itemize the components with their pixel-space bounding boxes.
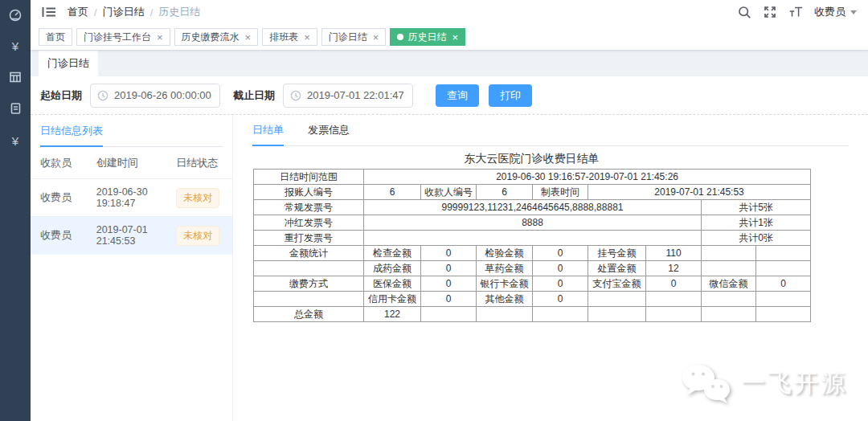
- report-cell: 成药金额: [364, 261, 421, 276]
- user-dropdown[interactable]: 收费员: [814, 5, 857, 19]
- report-title: 东大云医院门诊收费日结单: [253, 150, 810, 169]
- end-date-label: 截止日期: [233, 88, 275, 103]
- tab-daily-report[interactable]: 日结单: [252, 123, 284, 146]
- query-button[interactable]: 查询: [436, 84, 479, 107]
- report-cell: 金额统计: [254, 246, 364, 261]
- list-panel-tabbar: 日结信息列表: [40, 115, 223, 147]
- user-dropdown-label: 收费员: [814, 5, 845, 19]
- search-icon[interactable]: [737, 5, 751, 19]
- breadcrumb-current: 历史日结: [158, 5, 200, 19]
- report-cell: 制表时间: [533, 185, 588, 200]
- yuan-glyph: ¥: [12, 134, 18, 148]
- report-cell: [254, 261, 364, 276]
- report-cell: [756, 261, 811, 276]
- report-cell: 处置金额: [588, 261, 646, 276]
- report-cell: 6: [364, 185, 421, 200]
- report-cell: 12: [646, 261, 702, 276]
- caret-down-icon: [850, 10, 857, 14]
- tags-view-tab[interactable]: 历史缴费流水×: [174, 28, 259, 46]
- report-cell: 0: [533, 246, 588, 261]
- report-cell: 信用卡金额: [364, 292, 421, 307]
- detail-tabbar: 日结单发票信息: [252, 115, 849, 146]
- report-cell: 检查金额: [364, 246, 421, 261]
- list-header: 收款员 创建时间 日结状态: [31, 147, 232, 179]
- report-cell: 共计0张: [702, 231, 811, 246]
- report-row: 冲红发票号8888共计1张: [254, 215, 811, 231]
- report-cell: [364, 231, 702, 246]
- main-area: 首页 / 门诊日结 / 历史日结 收费员 首页门诊挂号工作台×历史缴费流水×排班…: [31, 0, 868, 421]
- report-cell: [702, 292, 756, 307]
- close-icon[interactable]: ×: [157, 32, 163, 43]
- report-cell: 报账人编号: [254, 185, 364, 200]
- wechat-icon: [680, 362, 733, 405]
- column-status: 日结状态: [176, 156, 223, 170]
- tags-view-tab[interactable]: 排班表×: [262, 28, 317, 46]
- report-cell: 0: [421, 292, 477, 307]
- report-cell: [588, 307, 646, 322]
- report-cell: [646, 307, 702, 322]
- report-cell: 0: [421, 276, 477, 292]
- print-button[interactable]: 打印: [489, 84, 532, 107]
- tag-label: 历史日结: [407, 31, 446, 44]
- report-cell: 支付宝金额: [588, 276, 646, 292]
- end-date-input[interactable]: 2019-07-01 22:01:47: [283, 84, 413, 108]
- report-cell: 110: [646, 246, 702, 261]
- navbar-right: 收费员: [737, 5, 857, 19]
- report-cell: [588, 292, 646, 307]
- close-icon[interactable]: ×: [304, 32, 310, 43]
- report-cell: 共计1张: [702, 215, 811, 231]
- list-item[interactable]: 收费员2019-06-30 19:18:47未核对: [31, 179, 232, 217]
- end-date-value: 2019-07-01 22:01:47: [307, 89, 404, 101]
- font-size-icon[interactable]: [788, 5, 803, 19]
- yuan-icon[interactable]: ¥: [0, 35, 31, 56]
- close-icon[interactable]: ×: [373, 32, 379, 43]
- report-cell: 收款人编号: [421, 185, 477, 200]
- status-badge: 未核对: [176, 226, 219, 246]
- document-icon[interactable]: [0, 98, 31, 119]
- schedule-table-icon[interactable]: [0, 67, 31, 88]
- breadcrumb-home[interactable]: 首页: [68, 5, 88, 19]
- status-cell: 未核对: [176, 188, 223, 208]
- status-cell: 未核对: [176, 226, 223, 246]
- start-date-input[interactable]: 2019-06-26 00:00:00: [90, 84, 220, 108]
- dashboard-icon[interactable]: [0, 5, 31, 26]
- tag-label: 排班表: [269, 31, 298, 44]
- report-row: 报账人编号6收款人编号6制表时间2019-07-01 21:45:53: [254, 185, 811, 200]
- start-date-label: 起始日期: [40, 88, 82, 103]
- fullscreen-icon[interactable]: [763, 5, 777, 19]
- report-cell: [702, 261, 756, 276]
- breadcrumb-menzhen-rijie[interactable]: 门诊日结: [103, 5, 145, 19]
- tags-view-tab[interactable]: 门诊挂号工作台×: [76, 28, 170, 46]
- report-cell: 99999123,11231,2464645645,8888,88881: [364, 200, 702, 215]
- cashier-yuan-icon[interactable]: ¥: [0, 130, 31, 151]
- tab-menzhen-rijie[interactable]: 门诊日结: [39, 51, 98, 76]
- report-cell: 0: [756, 276, 811, 292]
- report-cell: 122: [364, 307, 421, 322]
- column-cashier: 收款员: [40, 156, 96, 170]
- report-cell: 其他金额: [477, 292, 533, 307]
- report-cell: 缴费方式: [254, 276, 364, 292]
- created-time-cell: 2019-06-30 19:18:47: [96, 186, 177, 209]
- list-item[interactable]: 收费员2019-07-01 21:45:53未核对: [31, 217, 232, 255]
- status-badge: 未核对: [176, 188, 219, 208]
- yuan-glyph: ¥: [12, 39, 18, 53]
- report-row: 金额统计检查金额0检验金额0挂号金额110: [254, 246, 811, 261]
- report-cell: 8888: [364, 215, 702, 231]
- tags-view-tab[interactable]: 首页: [39, 28, 72, 46]
- clock-icon: [290, 90, 301, 101]
- hamburger-icon[interactable]: [42, 6, 56, 18]
- breadcrumb-separator: /: [150, 6, 154, 18]
- report-cell: 2019-07-01 21:45:53: [588, 185, 811, 200]
- tab-invoice-info[interactable]: 发票信息: [308, 123, 350, 146]
- close-icon[interactable]: ×: [245, 32, 252, 43]
- cashier-cell: 收费员: [40, 228, 96, 243]
- tags-view-tab[interactable]: 历史日结×: [390, 28, 465, 46]
- tab-settlement-info-list[interactable]: 日结信息列表: [40, 124, 103, 147]
- report-cell: [421, 307, 477, 322]
- close-icon[interactable]: ×: [452, 32, 458, 43]
- settlement-list-panel: 日结信息列表 收款员 创建时间 日结状态 收费员2019-06-30 19:18…: [31, 115, 233, 421]
- report-cell: 常规发票号: [254, 200, 364, 215]
- report-cell: 日结时间范围: [254, 170, 364, 185]
- tags-view-tab[interactable]: 门诊日结×: [321, 28, 387, 46]
- tag-label: 门诊挂号工作台: [84, 31, 151, 44]
